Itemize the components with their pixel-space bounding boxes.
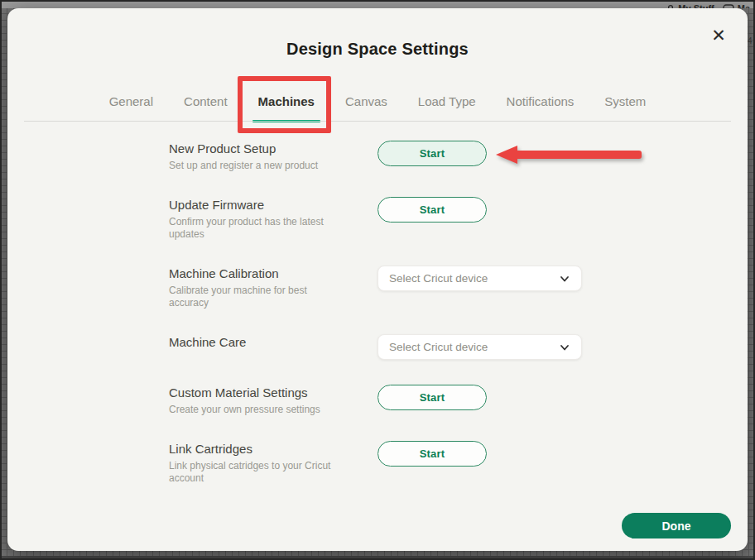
canvas-ruler-number: 4: [748, 36, 753, 45]
start-button-label: Start: [420, 203, 445, 216]
tab-label: Content: [184, 94, 228, 108]
setting-label: Link Cartridges: [169, 441, 378, 457]
settings-dialog: Design Space Settings ✕ General Content …: [7, 8, 748, 551]
setting-label: Machine Care: [169, 334, 378, 350]
tab-system[interactable]: System: [604, 94, 646, 121]
setting-description: Set up and register a new product: [169, 160, 349, 172]
setting-label: New Product Setup: [169, 141, 378, 156]
start-button-label: Start: [420, 147, 445, 160]
select-value: Select Cricut device: [389, 341, 488, 353]
chevron-down-icon: [559, 342, 570, 353]
close-icon: ✕: [711, 26, 726, 45]
tab-label: Load Type: [418, 94, 476, 108]
settings-row-link-cartridges: Link Cartridges Link physical catridges …: [7, 441, 748, 485]
settings-rows: New Product Setup Set up and register a …: [7, 121, 748, 510]
settings-row-new-product-setup: New Product Setup Set up and register a …: [7, 141, 748, 172]
tab-machines[interactable]: Machines: [258, 94, 315, 121]
link-cartridges-start-button[interactable]: Start: [378, 441, 487, 467]
tab-content[interactable]: Content: [184, 94, 228, 121]
select-value: Select Cricut device: [389, 272, 488, 285]
dialog-title: Design Space Settings: [7, 8, 748, 59]
setting-label: Update Firmware: [169, 197, 378, 213]
setting-description: Calibrate your machine for best accuracy: [169, 285, 349, 309]
new-product-setup-start-button[interactable]: Start: [378, 141, 487, 166]
window-bottom-edge: [0, 556, 755, 560]
tab-label: General: [109, 94, 153, 108]
done-button[interactable]: Done: [622, 513, 731, 538]
start-button-label: Start: [420, 391, 445, 404]
setting-label: Machine Calibration: [169, 266, 378, 281]
tab-bar: General Content Machines Canvas Load Typ…: [7, 73, 748, 121]
tab-label: Notifications: [507, 94, 575, 108]
setting-label: Custom Material Settings: [169, 385, 378, 400]
close-button[interactable]: ✕: [708, 25, 729, 46]
custom-material-settings-start-button[interactable]: Start: [378, 385, 487, 410]
tab-label: System: [604, 94, 646, 108]
setting-description: Confirm your product has the latest upda…: [169, 216, 349, 241]
settings-row-custom-material-settings: Custom Material Settings Create your own…: [7, 385, 748, 416]
start-button-label: Start: [420, 448, 445, 460]
machine-calibration-select[interactable]: Select Cricut device: [378, 266, 582, 291]
settings-row-update-firmware: Update Firmware Confirm your product has…: [7, 197, 748, 241]
settings-row-machine-care: Machine Care Select Cricut device: [7, 334, 748, 360]
machine-care-select[interactable]: Select Cricut device: [378, 334, 582, 360]
chevron-down-icon: [559, 273, 570, 285]
setting-description: Link physical catridges to your Cricut a…: [169, 460, 349, 485]
tab-notifications[interactable]: Notifications: [507, 94, 575, 121]
app-header-strip: My Stuff Ma: [2, 2, 753, 8]
tab-general[interactable]: General: [109, 94, 153, 121]
update-firmware-start-button[interactable]: Start: [378, 197, 487, 223]
tab-load-type[interactable]: Load Type: [418, 94, 476, 121]
settings-row-machine-calibration: Machine Calibration Calibrate your machi…: [7, 266, 748, 309]
done-button-label: Done: [662, 519, 691, 533]
setting-description: Create your own pressure settings: [169, 404, 349, 416]
tab-canvas[interactable]: Canvas: [345, 94, 387, 121]
tab-label: Canvas: [345, 94, 387, 108]
tab-label: Machines: [258, 94, 315, 108]
